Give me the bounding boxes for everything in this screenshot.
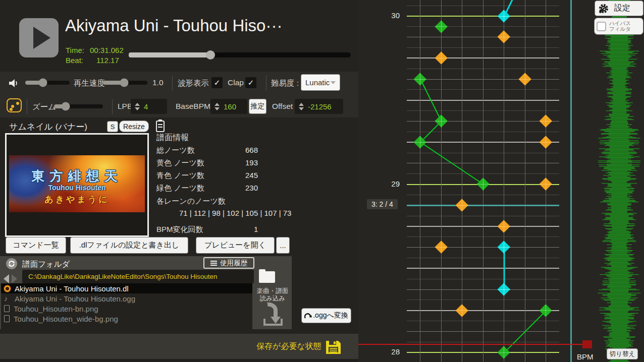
lpb-stepper[interactable]: 4 (131, 99, 167, 114)
open-preview-button[interactable]: プレビューを開く (196, 237, 274, 253)
file-row[interactable]: Touhou_Hisouten-bn.png (1, 304, 252, 314)
bpm-marker-line (358, 344, 583, 345)
yellow-note[interactable] (540, 178, 553, 191)
difficulty-select[interactable]: Lunatic (301, 75, 340, 90)
stepper-arrows-icon[interactable] (214, 103, 220, 110)
file-row[interactable]: ♪ Akiyama Uni - Touhou Hisouten.ogg (1, 293, 252, 304)
chevron-down-icon (331, 81, 336, 84)
bottom-edge (0, 359, 358, 362)
basebpm-label: BaseBPM (176, 102, 210, 111)
bpm-changes-value: 1 (254, 225, 258, 233)
yellow-note[interactable] (540, 136, 553, 149)
left-panel: Akiyama Uni - Touhou Hiso··· Time:00:31.… (0, 0, 358, 362)
blue-note[interactable] (498, 10, 511, 23)
green-note[interactable] (498, 346, 511, 359)
banner-thumbnail[interactable]: 東方緋想天 Touhou Hisouten あきやまうに (5, 133, 149, 237)
green-note[interactable] (414, 73, 427, 86)
bpm-label: BPM (577, 352, 594, 361)
speed-slider-thumb[interactable] (120, 79, 129, 87)
yellow-note[interactable] (435, 51, 448, 65)
settings-button[interactable]: 設定 (595, 1, 643, 16)
file-row[interactable]: Touhou_Hisouten_wide-bg.png (1, 314, 252, 324)
more-button[interactable]: ... (277, 237, 289, 253)
save-needed-status: 保存が必要な状態 (256, 341, 321, 352)
measure-label: 30 (380, 11, 400, 20)
info-label: 総ノーツ数 (156, 146, 195, 155)
file-row[interactable]: Akiyama Uni - Touhou Hisouten.dl (1, 283, 252, 293)
list-icon (210, 261, 217, 266)
blue-note[interactable] (498, 283, 511, 296)
zoom-slider[interactable] (54, 104, 103, 108)
info-label: 黄色 ノーツ数 (156, 158, 204, 168)
green-note[interactable] (414, 136, 427, 149)
volume-slider-thumb[interactable] (39, 79, 47, 87)
clap-toggle-label: Clap (228, 78, 244, 87)
offset-stepper[interactable]: -21256 (295, 99, 343, 114)
dl-export-button[interactable]: .dlファイルの設定と書き出し (71, 237, 188, 253)
folder-icon[interactable] (259, 271, 275, 283)
time-display: Time:00:31.062 (66, 46, 124, 54)
history-button[interactable]: 使用履歴 (203, 257, 254, 269)
bpm-marker-handle[interactable] (582, 340, 592, 348)
info-value: 245 (245, 171, 258, 179)
bpm-changes-label: BPM変化回数 (156, 225, 203, 234)
zoom-label: ズーム (32, 102, 56, 112)
clipboard-icon[interactable] (156, 120, 165, 132)
command-list-button[interactable]: コマンド一覧 (6, 237, 66, 253)
seek-slider[interactable] (129, 52, 351, 57)
load-download-icon[interactable] (260, 303, 284, 327)
audio-waveform (596, 0, 644, 362)
ogg-convert-button[interactable]: .oggへ変換 (302, 309, 351, 323)
image-file-icon (4, 305, 10, 312)
stepper-arrows-icon[interactable] (299, 103, 304, 110)
volume-slider[interactable] (25, 81, 70, 85)
green-note[interactable] (435, 115, 448, 128)
volume-icon[interactable] (8, 77, 20, 89)
waveform-checkbox[interactable]: ✓ (211, 77, 223, 88)
nav-forward-button[interactable] (12, 274, 17, 283)
status-bar: 保存が必要な状態 (0, 334, 358, 359)
divider (112, 99, 113, 114)
note-palette-button[interactable] (7, 98, 22, 112)
clap-checkbox[interactable]: ✓ (245, 77, 256, 88)
hipass-filter-toggle[interactable]: ハイパス フィルタ (595, 18, 643, 34)
lane-line (420, 0, 420, 362)
yellow-note[interactable] (540, 115, 553, 128)
image-file-icon (4, 315, 10, 322)
yellow-note[interactable] (498, 220, 511, 233)
chart-folder-panel: 譜面フォルダ 使用履歴 C:\DankagLike\DankagLikeNote… (0, 256, 292, 329)
zoom-slider-thumb[interactable] (62, 102, 70, 111)
folder-path-field[interactable]: C:\DankagLike\DankagLikeNoteEditor\Songs… (22, 270, 254, 283)
save-floppy-icon[interactable] (325, 340, 342, 355)
hipass-checkbox[interactable] (597, 22, 606, 31)
blue-note[interactable] (498, 241, 511, 254)
file-list[interactable]: Akiyama Uni - Touhou Hisouten.dl ♪ Akiya… (1, 283, 252, 330)
green-note[interactable] (435, 20, 448, 33)
marker-position-label: 3: 2 / 4 (367, 199, 398, 209)
green-note[interactable] (476, 178, 490, 191)
yellow-note[interactable] (435, 241, 448, 254)
yellow-note[interactable] (456, 199, 469, 212)
info-label: 緑色 ノーツ数 (156, 184, 204, 193)
thumbnail-s-button[interactable]: S (108, 122, 118, 132)
green-note[interactable] (540, 304, 553, 317)
play-button[interactable] (19, 18, 59, 57)
info-value: 230 (245, 184, 258, 192)
control-rows: 再生速度 1.0 波形表示 ✓ Clap ✓ 難易度 : Lunatic ズーム… (0, 72, 358, 117)
basebpm-stepper[interactable]: 160 (210, 99, 247, 114)
yellow-note[interactable] (498, 31, 511, 44)
waveform-switch-button[interactable]: 切り替え (607, 348, 638, 359)
info-label: 青色 ノーツ数 (156, 171, 204, 180)
nav-back-button[interactable] (4, 274, 9, 283)
estimate-bpm-button[interactable]: 推定 (249, 99, 266, 113)
yellow-note[interactable] (456, 304, 469, 317)
settings-label: 設定 (614, 3, 630, 14)
speed-slider[interactable] (103, 81, 147, 85)
folder-panel-title: 譜面フォルダ (22, 259, 70, 270)
seek-slider-thumb[interactable] (206, 50, 215, 59)
selection-marker-line[interactable] (407, 205, 559, 206)
thumbnail-resize-button[interactable]: Resize (120, 121, 148, 132)
yellow-note[interactable] (518, 73, 531, 86)
refresh-icon[interactable] (6, 258, 17, 269)
stepper-arrows-icon[interactable] (135, 103, 140, 110)
